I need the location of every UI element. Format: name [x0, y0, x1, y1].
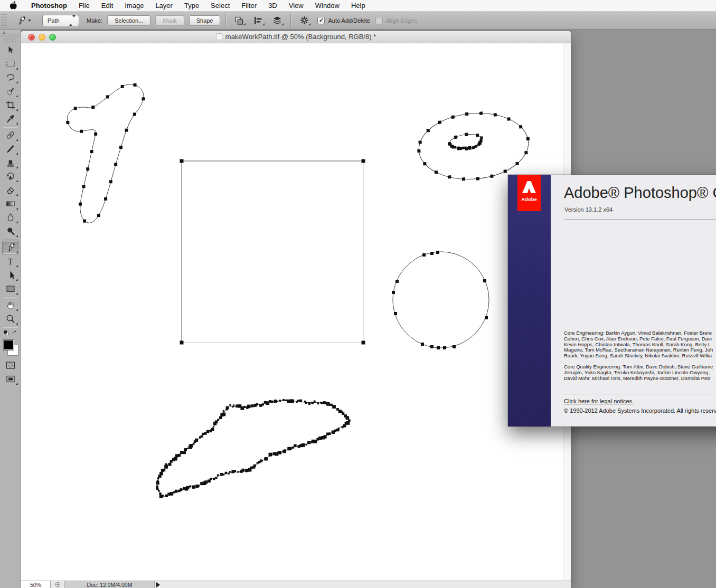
menu-item-image[interactable]: Image [119, 0, 149, 12]
lasso-tool[interactable] [3, 71, 18, 84]
gear-button[interactable] [296, 14, 312, 27]
about-photoshop-dialog: Adobe Adobe® Photoshop® CS6 Version 13.1… [508, 175, 716, 426]
menu-item-edit[interactable]: Edit [96, 0, 119, 12]
swap-colors-icon[interactable] [11, 329, 18, 336]
spot-healing-brush-tool[interactable] [3, 129, 18, 141]
menu-item-help[interactable]: Help [345, 0, 371, 12]
combine-shapes-button[interactable] [231, 14, 247, 27]
move-tool[interactable] [3, 44, 18, 56]
menu-item-select[interactable]: Select [205, 0, 235, 12]
screen-mode-icon [5, 374, 16, 384]
crop-tool[interactable] [3, 99, 18, 111]
path-align-button[interactable] [250, 14, 266, 27]
apple-icon[interactable] [8, 1, 19, 11]
pick-tool-mode-select[interactable]: Path [42, 15, 79, 26]
square-path [180, 159, 365, 345]
menu-item-type[interactable]: Type [178, 0, 205, 12]
screen-mode-button[interactable] [3, 373, 18, 385]
divider [564, 394, 716, 394]
window-title: makeWorkPath.tif @ 50% (Background, RGB/… [21, 31, 571, 43]
separator [3, 327, 18, 327]
adobe-logo-word: Adobe [521, 196, 537, 202]
donut-inner-path [447, 131, 484, 153]
gradient-tool[interactable] [3, 197, 18, 210]
numeral-one-path [66, 83, 145, 223]
legal-notices-link[interactable]: Click here for legal notices. [564, 398, 634, 404]
menu-item-photoshop[interactable]: Photoshop [25, 0, 73, 12]
chevron-down-icon [28, 20, 31, 22]
status-menu-arrow[interactable] [156, 581, 160, 588]
zoom-window-button[interactable] [49, 34, 56, 41]
canvas[interactable] [21, 43, 563, 581]
blur-tool[interactable] [3, 211, 18, 224]
path-operation-buttons [231, 14, 285, 27]
menu-item-window[interactable]: Window [309, 0, 345, 12]
freeform-blob-path [156, 399, 351, 498]
palette-grip[interactable] [4, 37, 17, 42]
eyedropper-tool[interactable] [3, 112, 18, 125]
color-swatches [0, 338, 21, 358]
shape-button[interactable]: Shape [189, 15, 221, 26]
splash-version: Version 13.1.2 x64 [564, 206, 613, 213]
document-window: makeWorkPath.tif @ 50% (Background, RGB/… [21, 31, 571, 588]
window-title-bar[interactable]: makeWorkPath.tif @ 50% (Background, RGB/… [21, 31, 571, 43]
divider [564, 219, 716, 220]
credits-paragraph: Core Engineering: Barkin Aygun, Vinod Ba… [564, 330, 713, 359]
separator [3, 239, 18, 240]
rectangle-tool[interactable] [3, 282, 18, 295]
zoom-tool[interactable] [3, 312, 18, 325]
menu-item-3d[interactable]: 3D [262, 0, 283, 12]
path-selection-tool[interactable] [3, 269, 18, 281]
mask-button: Mask [155, 15, 184, 26]
tools-palette: » T [0, 30, 21, 588]
make-buttons: Selection...MaskShape [102, 15, 221, 26]
minimize-button[interactable] [39, 34, 45, 41]
separator [225, 14, 226, 27]
status-bar: 50% Doc: 12.0M/4.00M [21, 581, 571, 588]
collapse-arrows-icon[interactable]: » [0, 30, 21, 36]
make-label: Make: [87, 17, 102, 24]
copyright-text: © 1990-2012 Adobe Systems Incorporated. … [564, 407, 716, 414]
traffic-lights [28, 34, 56, 41]
auto-add-delete-checkbox[interactable]: ✓Auto Add/Delete [317, 17, 370, 24]
zoom-level-field[interactable]: 50% [21, 581, 51, 588]
close-button[interactable] [28, 34, 35, 41]
type-tool[interactable]: T [3, 255, 18, 268]
quick-selection-tool[interactable] [3, 85, 18, 98]
brush-tool[interactable] [3, 143, 18, 155]
clone-stamp-tool[interactable] [3, 156, 18, 169]
dodge-tool[interactable] [3, 225, 18, 238]
splash-brand-strip [508, 175, 551, 426]
foreground-color-swatch[interactable] [3, 339, 14, 350]
quick-mask-button[interactable] [3, 359, 18, 372]
select-arrows-icon [69, 17, 76, 24]
menu-item-view[interactable]: View [283, 0, 309, 12]
svg-text:T: T [8, 257, 13, 266]
options-bar-grip[interactable] [1, 14, 7, 27]
gear-icon [299, 15, 309, 25]
document-icon [216, 33, 222, 40]
default-colors-icon[interactable] [3, 329, 10, 336]
path-arrange-button[interactable] [269, 14, 285, 27]
menu-item-filter[interactable]: Filter [235, 0, 262, 12]
tool-preset-button[interactable] [12, 14, 35, 27]
rectangular-marquee-tool[interactable] [3, 58, 18, 70]
splash-title: Adobe® Photoshop® CS6 [564, 184, 716, 202]
menu-bar: PhotoshopFileEditImageLayerTypeSelectFil… [0, 0, 716, 12]
circle-path [392, 251, 489, 349]
pen-tool[interactable] [3, 241, 18, 254]
quick-mask-icon [5, 360, 16, 371]
menu-item-layer[interactable]: Layer [149, 0, 178, 12]
status-drive-icon[interactable] [51, 581, 65, 588]
hand-tool[interactable] [3, 299, 18, 311]
tool-mode-value: Path [48, 17, 60, 24]
selection-button[interactable]: Selection... [107, 15, 150, 26]
eraser-tool[interactable] [3, 184, 18, 196]
photoshop-app: PhotoshopFileEditImageLayerTypeSelectFil… [0, 0, 716, 588]
adobe-logo: Adobe [517, 175, 541, 211]
history-brush-tool[interactable] [3, 170, 18, 183]
credits-paragraph: Core Quality Engineering: Tom Attix, Dav… [564, 364, 713, 381]
menu-item-file[interactable]: File [73, 0, 96, 12]
options-bar: Path Make: Selection...MaskShape ✓Auto A… [0, 12, 716, 30]
separator [3, 127, 18, 127]
